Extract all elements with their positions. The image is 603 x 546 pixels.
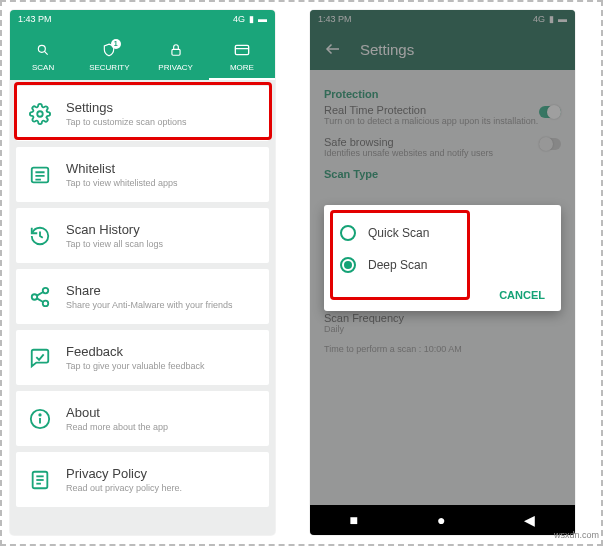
gear-icon <box>28 102 52 126</box>
tab-label: PRIVACY <box>143 63 209 72</box>
tab-more[interactable]: MORE <box>209 41 275 80</box>
svg-line-13 <box>37 291 43 295</box>
item-title: About <box>66 405 168 420</box>
list-item-whitelist[interactable]: Whitelist Tap to view whitelisted apps <box>16 147 269 202</box>
item-subtitle: Tap to view whitelisted apps <box>66 178 178 188</box>
item-subtitle: Tap to give your valuable feedback <box>66 361 205 371</box>
radio-label: Deep Scan <box>368 258 427 272</box>
shield-icon <box>76 41 142 59</box>
network-label: 4G <box>233 14 245 24</box>
list-item-history[interactable]: Scan History Tap to view all scan logs <box>16 208 269 263</box>
more-icon <box>209 41 275 59</box>
list-item-privacy-policy[interactable]: Privacy Policy Read out privacy policy h… <box>16 452 269 507</box>
signal-icon: ▮ <box>249 14 254 24</box>
list-item-about[interactable]: About Read more about the app <box>16 391 269 446</box>
item-subtitle: Read out privacy policy here. <box>66 483 182 493</box>
watermark: wsxdn.com <box>554 530 599 540</box>
right-phone: 1:43 PM 4G ▮ ▬ Settings Protection Real … <box>310 10 575 535</box>
info-icon <box>28 407 52 431</box>
nav-back-icon[interactable]: ◀ <box>524 512 535 528</box>
tab-label: SCAN <box>10 63 76 72</box>
share-icon <box>28 285 52 309</box>
item-subtitle: Tap to customize scan options <box>66 117 187 127</box>
history-icon <box>28 224 52 248</box>
top-tabs: SCAN 1 SECURITY PRIVACY MORE <box>10 28 275 80</box>
list-item-settings[interactable]: Settings Tap to customize scan options <box>16 86 269 141</box>
list-item-feedback[interactable]: Feedback Tap to give your valuable feedb… <box>16 330 269 385</box>
status-right: 4G ▮ ▬ <box>233 14 267 24</box>
svg-line-14 <box>37 298 43 302</box>
item-subtitle: Read more about the app <box>66 422 168 432</box>
item-title: Privacy Policy <box>66 466 182 481</box>
svg-point-12 <box>43 300 49 306</box>
android-navbar: ■ ● ◀ <box>310 505 575 535</box>
left-phone: 1:43 PM 4G ▮ ▬ SCAN 1 SECURITY <box>10 10 275 535</box>
search-icon <box>10 41 76 59</box>
lock-icon <box>143 41 209 59</box>
more-list: Settings Tap to customize scan options W… <box>10 86 275 507</box>
item-title: Share <box>66 283 233 298</box>
battery-icon: ▬ <box>258 14 267 24</box>
radio-icon <box>340 225 356 241</box>
status-bar: 1:43 PM 4G ▮ ▬ <box>10 10 275 28</box>
tab-label: MORE <box>209 63 275 72</box>
cancel-button[interactable]: CANCEL <box>340 289 545 301</box>
item-title: Feedback <box>66 344 205 359</box>
svg-line-1 <box>45 51 48 54</box>
security-badge: 1 <box>111 39 121 49</box>
svg-rect-2 <box>172 49 180 55</box>
scan-type-dialog: Quick Scan Deep Scan CANCEL <box>324 205 561 311</box>
svg-point-10 <box>43 287 49 293</box>
status-time: 1:43 PM <box>18 14 52 24</box>
item-title: Scan History <box>66 222 163 237</box>
tab-scan[interactable]: SCAN <box>10 41 76 80</box>
nav-home-icon[interactable]: ● <box>437 512 445 528</box>
svg-point-17 <box>39 414 40 415</box>
svg-rect-3 <box>235 45 248 54</box>
radio-deep-scan[interactable]: Deep Scan <box>340 257 545 273</box>
tab-label: SECURITY <box>76 63 142 72</box>
radio-quick-scan[interactable]: Quick Scan <box>340 225 545 241</box>
radio-label: Quick Scan <box>368 226 429 240</box>
doc-icon <box>28 468 52 492</box>
list-icon <box>28 163 52 187</box>
svg-point-0 <box>38 45 45 52</box>
item-subtitle: Share your Anti-Malware with your friend… <box>66 300 233 310</box>
list-item-share[interactable]: Share Share your Anti-Malware with your … <box>16 269 269 324</box>
tab-security[interactable]: 1 SECURITY <box>76 41 142 80</box>
radio-icon <box>340 257 356 273</box>
svg-point-5 <box>37 111 43 117</box>
item-subtitle: Tap to view all scan logs <box>66 239 163 249</box>
svg-point-11 <box>32 294 38 300</box>
item-title: Whitelist <box>66 161 178 176</box>
feedback-icon <box>28 346 52 370</box>
tab-privacy[interactable]: PRIVACY <box>143 41 209 80</box>
item-title: Settings <box>66 100 187 115</box>
nav-recent-icon[interactable]: ■ <box>350 512 358 528</box>
